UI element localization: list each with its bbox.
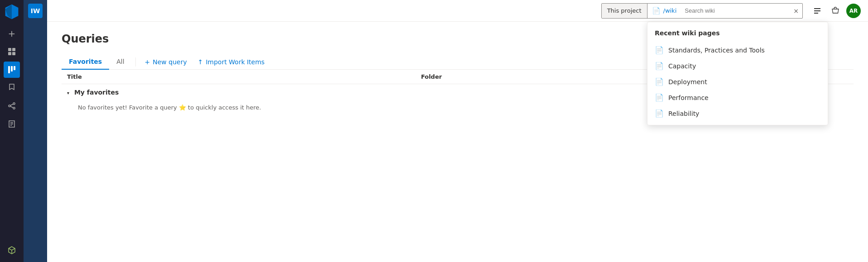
marketplace-icon[interactable] bbox=[828, 4, 843, 18]
svg-point-8 bbox=[13, 103, 15, 105]
svg-rect-18 bbox=[814, 13, 818, 14]
wiki-item-icon-1: 📄 bbox=[655, 62, 664, 70]
wiki-item-label-4: Reliability bbox=[668, 110, 699, 117]
wiki-dropdown-title: Recent wiki pages bbox=[647, 29, 828, 42]
svg-point-9 bbox=[13, 107, 15, 109]
wiki-item-icon-2: 📄 bbox=[655, 77, 664, 86]
wiki-item-2[interactable]: 📄 Deployment bbox=[647, 74, 828, 90]
svg-rect-6 bbox=[14, 66, 15, 70]
star-icon: ⭐ bbox=[179, 104, 186, 111]
tab-divider bbox=[135, 57, 136, 67]
svg-rect-2 bbox=[8, 52, 11, 55]
svg-line-11 bbox=[10, 106, 13, 108]
wiki-item-label-0: Standards, Practices and Tools bbox=[668, 47, 765, 54]
artifacts-nav-icon[interactable] bbox=[4, 242, 20, 258]
svg-rect-5 bbox=[11, 66, 13, 71]
wiki-item-1[interactable]: 📄 Capacity bbox=[647, 58, 828, 74]
wiki-item-icon-3: 📄 bbox=[655, 93, 664, 102]
wiki-item-4[interactable]: 📄 Reliability bbox=[647, 105, 828, 121]
wiki-label: /wiki bbox=[663, 7, 677, 14]
wiki-item-icon-4: 📄 bbox=[655, 109, 664, 118]
wiki-item-label-2: Deployment bbox=[668, 78, 707, 86]
user-avatar[interactable]: AR bbox=[846, 4, 861, 18]
wiki-item-icon-0: 📄 bbox=[655, 46, 664, 54]
icon-rail: + bbox=[0, 0, 24, 262]
add-icon[interactable]: + bbox=[4, 25, 20, 42]
topbar: This project 📄 /wiki × bbox=[47, 0, 868, 22]
search-wiki-tag[interactable]: 📄 /wiki bbox=[647, 4, 681, 18]
testplans-nav-icon[interactable] bbox=[4, 116, 20, 132]
wiki-dropdown: Recent wiki pages 📄 Standards, Practices… bbox=[647, 22, 828, 125]
col-title: Title bbox=[62, 70, 416, 84]
search-input[interactable] bbox=[681, 4, 790, 18]
overview-icon[interactable] bbox=[4, 43, 20, 60]
new-query-action[interactable]: + New query bbox=[139, 56, 192, 68]
svg-rect-17 bbox=[814, 10, 820, 11]
search-clear-button[interactable]: × bbox=[790, 4, 802, 18]
svg-rect-1 bbox=[12, 48, 15, 51]
topbar-icons: AR bbox=[810, 4, 861, 18]
search-bar: This project 📄 /wiki × bbox=[601, 3, 803, 19]
chevron-down-icon[interactable]: ▾ bbox=[67, 91, 69, 95]
svg-rect-0 bbox=[8, 48, 11, 51]
wiki-item-0[interactable]: 📄 Standards, Practices and Tools bbox=[647, 42, 828, 58]
tab-favorites[interactable]: Favorites bbox=[62, 54, 109, 70]
svg-rect-16 bbox=[814, 8, 820, 9]
svg-line-10 bbox=[10, 104, 13, 105]
import-icon: ↑ bbox=[198, 58, 203, 66]
new-query-icon: + bbox=[145, 58, 150, 66]
tab-all[interactable]: All bbox=[109, 54, 131, 70]
boards-nav-icon[interactable] bbox=[4, 62, 20, 78]
repos-nav-icon[interactable] bbox=[4, 80, 20, 96]
svg-rect-3 bbox=[12, 52, 15, 55]
search-scope[interactable]: This project bbox=[602, 4, 647, 18]
svg-rect-4 bbox=[8, 66, 10, 73]
notification-icon[interactable] bbox=[810, 4, 825, 18]
app-logo[interactable] bbox=[4, 4, 20, 20]
import-work-items-action[interactable]: ↑ Import Work Items bbox=[192, 56, 270, 68]
wiki-page-icon: 📄 bbox=[652, 7, 661, 15]
wiki-item-label-1: Capacity bbox=[668, 62, 696, 70]
project-badge[interactable]: IW bbox=[28, 4, 43, 18]
pipelines-nav-icon[interactable] bbox=[4, 98, 20, 114]
project-sidebar: IW bbox=[24, 0, 47, 262]
wiki-item-3[interactable]: 📄 Performance bbox=[647, 90, 828, 105]
main-area: This project 📄 /wiki × bbox=[47, 0, 868, 262]
wiki-item-label-3: Performance bbox=[668, 94, 709, 101]
svg-point-7 bbox=[9, 105, 10, 107]
